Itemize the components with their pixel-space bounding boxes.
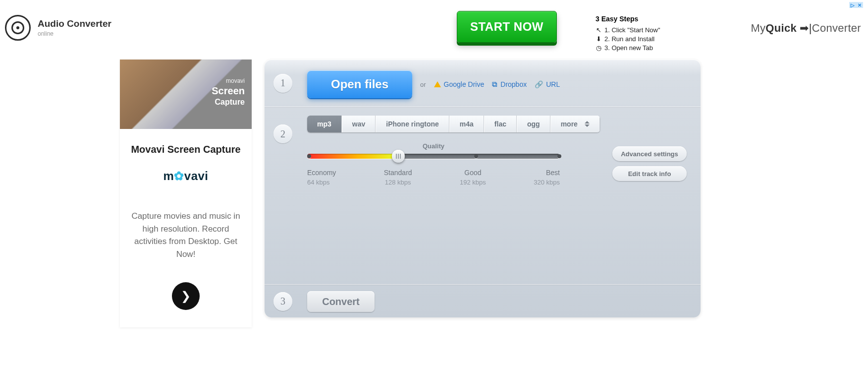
or-label: or [420, 81, 426, 88]
step-1-text: 1. Click "Start Now" [604, 26, 660, 35]
ad-heading: Movavi Screen Capture [129, 144, 243, 155]
cursor-icon: ↖ [596, 26, 601, 35]
slider-stop-good [474, 154, 478, 158]
start-now-button[interactable]: START NOW [457, 11, 557, 43]
section-open-files: 1 Open files or Google Drive ⧉ Dropbox 🔗… [265, 60, 701, 107]
tick-best: Best320 kbps [534, 169, 560, 186]
slider-stop-economy [307, 154, 311, 158]
clock-icon: ◷ [596, 44, 601, 53]
edit-track-info-button[interactable]: Edit track info [612, 166, 687, 181]
url-link[interactable]: 🔗 URL [535, 80, 560, 88]
ad-description: Capture movies and music in high resolut… [129, 210, 243, 260]
tab-iphone-ringtone[interactable]: iPhone ringtone [376, 116, 449, 132]
open-files-button[interactable]: Open files [307, 70, 412, 98]
slider-fill [307, 154, 398, 159]
section-format-quality: 2 mp3 wav iPhone ringtone m4a flac ogg m… [265, 107, 701, 285]
tick-good: Good192 kbps [460, 169, 486, 186]
top-banner-ad: ▷✕ START NOW 3 Easy Steps ↖1. Click "Sta… [457, 2, 863, 52]
google-drive-icon [434, 81, 441, 87]
convert-button[interactable]: Convert [307, 291, 375, 312]
slider-handle[interactable] [392, 150, 405, 163]
tick-economy: Economy64 kbps [307, 169, 336, 186]
chevron-updown-icon [585, 121, 590, 127]
app-logo: Audio Converter online [5, 15, 111, 41]
app-title: Audio Converter [38, 18, 111, 29]
record-icon [5, 15, 31, 41]
ad-go-button[interactable]: ❯ [172, 282, 200, 310]
format-tabs: mp3 wav iPhone ringtone m4a flac ogg mor… [307, 116, 600, 132]
steps-heading: 3 Easy Steps [596, 15, 660, 23]
banner-brand: MyQuick ➡|Converter [751, 22, 861, 35]
tab-more[interactable]: more [550, 116, 600, 132]
install-steps: 3 Easy Steps ↖1. Click "Start Now" ⬇2. R… [596, 15, 660, 53]
google-drive-link[interactable]: Google Drive [434, 80, 485, 88]
chevron-right-icon: ❯ [181, 289, 191, 303]
step-3-text: 3. Open new Tab [604, 44, 653, 53]
tab-wav[interactable]: wav [342, 116, 376, 132]
tick-standard: Standard128 kbps [384, 169, 412, 186]
ad-brand-logo: m✿vavi [129, 169, 243, 183]
link-icon: 🔗 [535, 80, 543, 88]
dropbox-icon: ⧉ [492, 80, 497, 89]
tab-mp3[interactable]: mp3 [307, 116, 342, 132]
dropbox-link[interactable]: ⧉ Dropbox [492, 80, 527, 89]
quality-label: Quality [307, 142, 560, 150]
download-icon: ⬇ [596, 35, 601, 44]
tab-flac[interactable]: flac [484, 116, 517, 132]
ad-hero-image: movavi Screen Capture [120, 60, 252, 129]
sidebar-ad: ▷✕ movavi Screen Capture Movavi Screen C… [120, 60, 252, 327]
tab-ogg[interactable]: ogg [517, 116, 550, 132]
slider-stop-best [557, 154, 561, 158]
step-badge-1: 1 [273, 74, 292, 93]
arrow-right-icon: ➡ [800, 22, 809, 34]
step-badge-3: 3 [273, 292, 292, 311]
quality-slider[interactable] [307, 154, 560, 159]
tab-m4a[interactable]: m4a [449, 116, 484, 132]
quality-block: Quality Economy64 kbps Standard128 kbps … [307, 142, 560, 186]
step-2-text: 2. Run and Install [604, 35, 654, 44]
advanced-settings-button[interactable]: Advanced settings [612, 146, 687, 161]
adchoices-icon[interactable]: ▷✕ [849, 2, 863, 8]
converter-panel: 1 Open files or Google Drive ⧉ Dropbox 🔗… [265, 60, 701, 317]
step-badge-2: 2 [273, 124, 292, 143]
section-convert: 3 Convert [265, 285, 701, 317]
app-subtitle: online [38, 30, 111, 37]
